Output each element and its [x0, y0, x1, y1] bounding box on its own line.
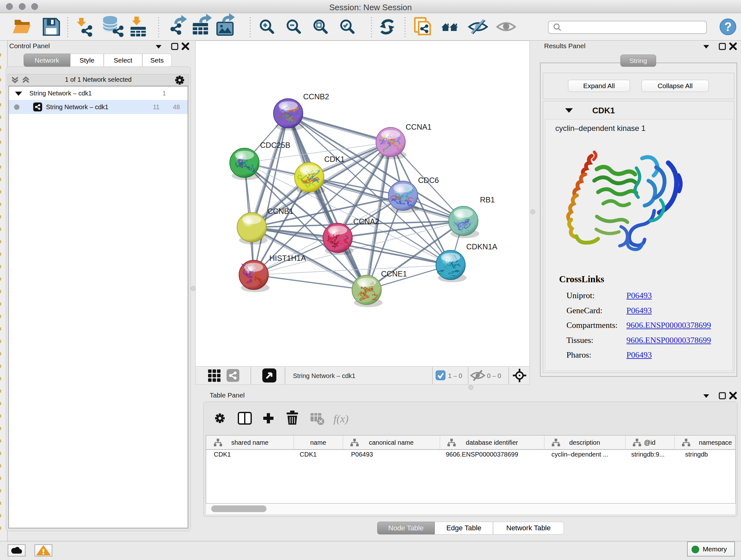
- svg-text:CCNE1: CCNE1: [381, 269, 407, 278]
- svg-text:CDC6: CDC6: [418, 176, 439, 185]
- svg-text:0 – 0: 0 – 0: [487, 372, 501, 379]
- svg-text:RB1: RB1: [480, 195, 495, 204]
- svg-text:CDK1: CDK1: [324, 155, 345, 164]
- svg-text:String Network – cdk1: String Network – cdk1: [293, 372, 355, 379]
- svg-text:CCNA1: CCNA1: [406, 123, 431, 131]
- svg-text:CDKN1A: CDKN1A: [466, 242, 497, 251]
- svg-text:HIST1H1A: HIST1H1A: [269, 254, 306, 262]
- svg-text:CCNB1: CCNB1: [267, 207, 293, 215]
- svg-text:CDC25B: CDC25B: [260, 141, 290, 149]
- svg-text:1 – 0: 1 – 0: [448, 372, 462, 379]
- svg-text:CCNB2: CCNB2: [303, 92, 329, 101]
- svg-text:?: ?: [724, 20, 731, 34]
- svg-text:CCNA2: CCNA2: [353, 217, 379, 226]
- svg-text:f(x): f(x): [333, 413, 348, 425]
